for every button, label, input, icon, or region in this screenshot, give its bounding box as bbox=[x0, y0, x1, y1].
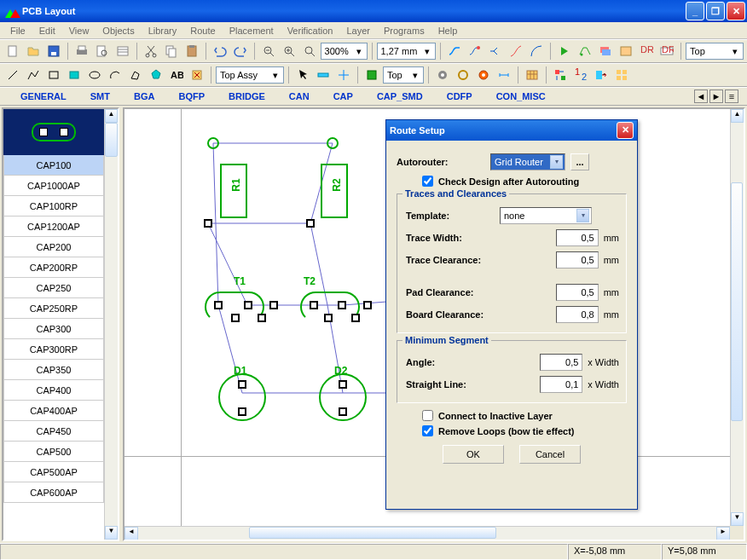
minimize-button[interactable]: _ bbox=[686, 2, 704, 20]
trace-width-input[interactable] bbox=[556, 229, 599, 246]
straight-input[interactable] bbox=[540, 376, 582, 393]
measure-icon[interactable] bbox=[314, 66, 333, 84]
paste-icon[interactable] bbox=[182, 42, 201, 61]
poly-icon[interactable] bbox=[126, 66, 145, 84]
menu-objects[interactable]: Objects bbox=[96, 24, 141, 38]
menu-library[interactable]: Library bbox=[142, 24, 184, 38]
route-free-icon[interactable] bbox=[507, 42, 525, 61]
menu-edit[interactable]: Edit bbox=[32, 24, 62, 38]
list-item[interactable]: CAP250 bbox=[3, 278, 104, 298]
menu-help[interactable]: Help bbox=[431, 24, 465, 38]
list-item[interactable]: CAP100 bbox=[3, 155, 104, 176]
maximize-button[interactable]: ❐ bbox=[706, 2, 725, 20]
ellipse-icon[interactable] bbox=[85, 66, 104, 84]
autoroute-icon[interactable] bbox=[576, 42, 594, 61]
autorouter-combo[interactable]: Grid Router▾ bbox=[490, 153, 565, 170]
print-icon[interactable] bbox=[72, 42, 91, 61]
parts-scrollbar[interactable]: ▲ ▼ bbox=[104, 109, 118, 540]
close-button[interactable]: ✕ bbox=[727, 2, 745, 20]
dimension-icon[interactable] bbox=[495, 66, 513, 84]
board-clearance-input[interactable] bbox=[556, 306, 599, 323]
panelize-icon[interactable] bbox=[612, 66, 631, 84]
rect-icon[interactable] bbox=[44, 66, 63, 84]
route-fanout-icon[interactable] bbox=[486, 42, 505, 61]
titleblock-icon[interactable] bbox=[113, 42, 132, 61]
table-icon[interactable] bbox=[523, 66, 541, 84]
renumber-icon[interactable]: 12 bbox=[571, 66, 590, 84]
list-item[interactable]: CAP300RP bbox=[3, 339, 104, 360]
delete-icon[interactable] bbox=[188, 66, 206, 84]
zoom-combo[interactable]: 300%▾ bbox=[321, 43, 368, 60]
template-combo[interactable]: none▾ bbox=[500, 207, 592, 224]
convert-icon[interactable] bbox=[551, 66, 570, 84]
angle-input[interactable] bbox=[540, 354, 582, 371]
autorouter-options-button[interactable]: ... bbox=[570, 153, 589, 170]
list-item[interactable]: CAP300 bbox=[3, 319, 104, 339]
cut-icon[interactable] bbox=[142, 42, 160, 61]
list-item[interactable]: CAP1200AP bbox=[3, 216, 104, 237]
redo-icon[interactable] bbox=[231, 42, 250, 61]
list-item[interactable]: CAP600AP bbox=[3, 482, 104, 503]
tab-smt[interactable]: SMT bbox=[78, 91, 122, 101]
connect-inactive-checkbox[interactable] bbox=[422, 410, 433, 421]
menu-verification[interactable]: Verification bbox=[281, 24, 340, 38]
assy-combo[interactable]: Top Assy▾ bbox=[216, 66, 284, 84]
cancel-button[interactable]: Cancel bbox=[519, 445, 581, 464]
pad-clearance-input[interactable] bbox=[556, 284, 599, 301]
check-design-checkbox[interactable] bbox=[422, 176, 433, 187]
tab-bga[interactable]: BGA bbox=[122, 91, 166, 101]
text-icon[interactable]: ABC bbox=[167, 66, 186, 84]
trace-clearance-input[interactable] bbox=[556, 251, 599, 268]
canvas-scroll-v[interactable]: ▲ ▼ bbox=[730, 109, 744, 526]
list-item[interactable]: CAP450 bbox=[3, 421, 104, 442]
line-icon[interactable] bbox=[3, 66, 22, 84]
menu-layer[interactable]: Layer bbox=[339, 24, 377, 38]
tabs-next-button[interactable]: ► bbox=[709, 89, 723, 103]
tab-con-misc[interactable]: CON_MISC bbox=[484, 91, 558, 101]
layer-combo-2[interactable]: Top▾ bbox=[383, 66, 424, 84]
zoom-window-icon[interactable] bbox=[300, 42, 319, 61]
canvas-scroll-h[interactable]: ◄ ► bbox=[124, 526, 730, 540]
tab-cdfp[interactable]: CDFP bbox=[435, 91, 484, 101]
menu-programs[interactable]: Programs bbox=[377, 24, 431, 38]
zoom-out-icon[interactable] bbox=[259, 42, 278, 61]
tab-can[interactable]: CAN bbox=[277, 91, 321, 101]
tab-cap[interactable]: CAP bbox=[321, 91, 365, 101]
list-item[interactable]: CAP200RP bbox=[3, 257, 104, 278]
list-item[interactable]: CAP500AP bbox=[3, 462, 104, 482]
via-icon[interactable] bbox=[433, 66, 452, 84]
copy-icon[interactable] bbox=[162, 42, 181, 61]
route-edit-icon[interactable] bbox=[466, 42, 484, 61]
tab-bqfp[interactable]: BQFP bbox=[166, 91, 217, 101]
tab-general[interactable]: GENERAL bbox=[9, 91, 78, 101]
drc-rules-icon[interactable]: DRC bbox=[657, 42, 676, 61]
undo-icon[interactable] bbox=[211, 42, 229, 61]
filled-rect-icon[interactable] bbox=[65, 66, 84, 84]
ok-button[interactable]: OK bbox=[443, 445, 504, 464]
static-via-icon[interactable] bbox=[474, 66, 493, 84]
place-icon[interactable] bbox=[362, 66, 381, 84]
tab-bridge[interactable]: BRIDGE bbox=[217, 91, 277, 101]
mounthole-icon[interactable] bbox=[454, 66, 472, 84]
save-icon[interactable] bbox=[44, 42, 63, 61]
dialog-close-button[interactable]: ✕ bbox=[617, 122, 634, 139]
list-item[interactable]: CAP400AP bbox=[3, 401, 104, 421]
list-item[interactable]: CAP350 bbox=[3, 360, 104, 380]
menu-file[interactable]: File bbox=[3, 24, 32, 38]
remove-loops-checkbox[interactable] bbox=[422, 425, 433, 436]
polygon-icon[interactable] bbox=[147, 66, 165, 84]
layer-combo[interactable]: Top▾ bbox=[686, 43, 744, 60]
preview-icon[interactable] bbox=[93, 42, 112, 61]
menu-view[interactable]: View bbox=[62, 24, 96, 38]
origin-icon[interactable] bbox=[334, 66, 353, 84]
menu-placement[interactable]: Placement bbox=[223, 24, 281, 38]
route-manual-icon[interactable] bbox=[445, 42, 464, 61]
run-icon[interactable] bbox=[555, 42, 574, 61]
open-icon[interactable] bbox=[24, 42, 43, 61]
polyline-icon[interactable] bbox=[24, 66, 43, 84]
drc-icon[interactable]: DRC bbox=[637, 42, 656, 61]
tab-cap-smd[interactable]: CAP_SMD bbox=[365, 91, 435, 101]
tabs-prev-button[interactable]: ◄ bbox=[694, 89, 708, 103]
list-item[interactable]: CAP1000AP bbox=[3, 176, 104, 196]
arc-icon[interactable] bbox=[106, 66, 124, 84]
